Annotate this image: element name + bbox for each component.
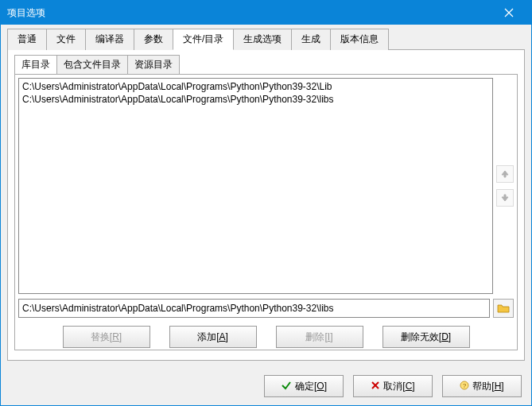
x-icon <box>371 381 380 392</box>
arrow-down-icon <box>501 194 509 202</box>
tab-panel: 库目录 包含文件目录 资源目录 C:\Users\Administrator\A… <box>7 50 525 361</box>
action-row: 替换[R] 添加[A] 删除[I] 删除无效[D] <box>15 321 517 350</box>
window-title: 项目选项 <box>7 6 493 20</box>
check-icon <box>281 381 292 392</box>
replace-button[interactable]: 替换[R] <box>63 326 150 348</box>
close-icon <box>504 8 514 17</box>
path-input[interactable] <box>18 299 490 318</box>
ok-button[interactable]: 确定[O] <box>264 375 344 397</box>
svg-text:?: ? <box>463 382 467 389</box>
tab-build[interactable]: 生成 <box>291 29 331 50</box>
close-button[interactable] <box>493 1 525 25</box>
main-tabs: 普通 文件 编译器 参数 文件/目录 生成选项 生成 版本信息 <box>7 28 525 50</box>
browse-button[interactable] <box>493 299 514 318</box>
tab-compiler[interactable]: 编译器 <box>85 29 134 50</box>
content-area: 普通 文件 编译器 参数 文件/目录 生成选项 生成 版本信息 库目录 包含文件… <box>1 25 531 367</box>
dialog-window: 项目选项 普通 文件 编译器 参数 文件/目录 生成选项 生成 版本信息 库目录… <box>0 0 532 406</box>
tab-build-options[interactable]: 生成选项 <box>233 29 292 50</box>
subtab-include-dirs[interactable]: 包含文件目录 <box>56 55 128 74</box>
list-item[interactable]: C:\Users\Administrator\AppData\Local\Pro… <box>22 80 489 93</box>
titlebar: 项目选项 <box>1 1 531 25</box>
subtab-lib-dirs[interactable]: 库目录 <box>14 55 57 74</box>
tab-files[interactable]: 文件 <box>46 29 86 50</box>
cancel-button[interactable]: 取消[C] <box>353 375 433 397</box>
tab-version-info[interactable]: 版本信息 <box>330 29 389 50</box>
folder-icon <box>497 303 510 314</box>
tab-general[interactable]: 普通 <box>7 29 47 50</box>
add-button[interactable]: 添加[A] <box>169 326 257 348</box>
reorder-buttons <box>495 75 517 297</box>
footer: 确定[O] 取消[C] ? 帮助[H] <box>1 367 531 405</box>
arrow-up-icon <box>501 170 509 178</box>
move-up-button[interactable] <box>496 165 514 183</box>
path-row <box>15 297 517 321</box>
sub-panel: C:\Users\Administrator\AppData\Local\Pro… <box>14 74 518 350</box>
list-item[interactable]: C:\Users\Administrator\AppData\Local\Pro… <box>22 93 489 106</box>
sub-tabs: 库目录 包含文件目录 资源目录 <box>14 55 518 74</box>
help-icon: ? <box>460 381 469 392</box>
list-area: C:\Users\Administrator\AppData\Local\Pro… <box>15 75 517 297</box>
tab-params[interactable]: 参数 <box>134 29 173 50</box>
help-button[interactable]: ? 帮助[H] <box>442 375 522 397</box>
directory-listbox[interactable]: C:\Users\Administrator\AppData\Local\Pro… <box>18 78 493 294</box>
delete-button[interactable]: 删除[I] <box>276 326 363 348</box>
move-down-button[interactable] <box>496 189 514 207</box>
delete-invalid-button[interactable]: 删除无效[D] <box>382 326 470 348</box>
subtab-resource-dirs[interactable]: 资源目录 <box>127 55 180 74</box>
tab-files-dirs[interactable]: 文件/目录 <box>173 29 234 50</box>
